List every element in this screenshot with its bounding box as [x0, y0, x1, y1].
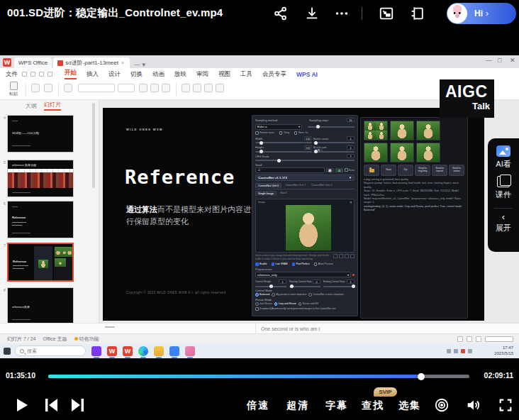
loopback-checkbox[interactable]: [Loopback] Automatically send generated …	[255, 307, 355, 311]
hires-fix-checkbox[interactable]: Hires. fix	[294, 131, 308, 135]
result-thumbnail[interactable]	[390, 121, 414, 140]
height-slider[interactable]	[255, 151, 312, 153]
zip-button[interactable]: Zip	[398, 165, 413, 176]
align-center-icon[interactable]	[193, 84, 201, 92]
pip-icon[interactable]	[379, 6, 394, 21]
pixel-perfect-checkbox[interactable]: Pixel Perfect	[292, 262, 310, 266]
menu-animation[interactable]: 动画	[152, 70, 164, 79]
save-icon[interactable]	[22, 72, 27, 77]
save-button[interactable]: Save	[381, 165, 396, 176]
sampling-method-select[interactable]: Euler a ▾	[255, 124, 302, 130]
taskbar-clock[interactable]: 17:47 2023/5/15	[494, 346, 513, 357]
zoom-slider[interactable]	[485, 336, 513, 342]
control-weight-value[interactable]: 1	[279, 280, 286, 284]
resize-crop-radio[interactable]: Crop and Resize	[274, 302, 296, 306]
user-avatar[interactable]: Hi ›	[447, 3, 516, 24]
menu-home[interactable]: 开始	[65, 69, 77, 79]
mode-prompt-radio[interactable]: My prompt is more important	[272, 293, 306, 297]
subtitle-button[interactable]: 字幕	[325, 399, 348, 412]
previous-episode-button[interactable]	[43, 396, 60, 414]
font-size-select[interactable]	[118, 84, 135, 92]
tab-slides[interactable]: 幻灯片	[44, 101, 61, 111]
feature-item[interactable]: 特色功能	[74, 336, 99, 343]
sampling-steps-value[interactable]: 20	[347, 118, 355, 122]
taskbar-wps-icon[interactable]: W	[107, 346, 117, 356]
italic-icon[interactable]	[150, 84, 159, 92]
episodes-button[interactable]: 选集	[398, 399, 421, 412]
send-to-inpaint-button[interactable]: Send to inpaint	[432, 165, 447, 176]
bold-icon[interactable]	[139, 84, 147, 92]
tab-close-icon[interactable]: ×	[121, 61, 125, 65]
download-icon[interactable]	[304, 6, 320, 21]
tray-icon[interactable]	[468, 349, 472, 353]
ending-step-slider[interactable]	[323, 286, 355, 287]
align-left-icon[interactable]	[182, 84, 190, 92]
slide-thumbnail-2[interactable]: reference 效果示例	[7, 160, 74, 197]
controlnet-unit0-tab[interactable]: ControlNet Unit 0	[255, 183, 281, 188]
tab-wps-home[interactable]: WPS Office	[14, 57, 52, 68]
reuse-seed-button[interactable]: ♻	[335, 168, 343, 172]
menu-tools[interactable]: 工具	[240, 70, 252, 79]
seed-input[interactable]: -1	[255, 167, 325, 173]
taskbar-edge-icon[interactable]	[138, 346, 148, 356]
thumbnail-scrollbar[interactable]	[92, 103, 95, 188]
upload-icon[interactable]	[350, 254, 355, 258]
controlnet-unit2-tab[interactable]: ControlNet Unit 2	[309, 183, 334, 188]
batch-size-value[interactable]: 1	[347, 145, 355, 150]
play-button[interactable]	[13, 396, 30, 414]
listen-mode-icon[interactable]	[434, 397, 450, 413]
undo-icon[interactable]	[30, 72, 35, 77]
restore-faces-checkbox[interactable]: Restore faces	[255, 131, 274, 135]
menu-wps-ai[interactable]: WPS AI	[296, 71, 318, 78]
controlnet-image-dropzone[interactable]: Image ✕	[255, 199, 355, 253]
quality-button[interactable]: 超清	[286, 399, 309, 412]
ending-step-value[interactable]: 1	[347, 280, 355, 284]
result-grid-thumbnail[interactable]	[364, 121, 388, 140]
width-value[interactable]: 512	[304, 136, 312, 140]
resize-just-radio[interactable]: Just Resize	[255, 302, 272, 306]
window-maximize-icon[interactable]: □	[498, 57, 504, 64]
tab-outline[interactable]: 大纲	[26, 102, 37, 110]
taskbar-wps-icon-2[interactable]: W	[123, 346, 133, 356]
width-slider[interactable]	[255, 142, 312, 143]
progress-thumb[interactable]	[418, 373, 425, 380]
camera-icon[interactable]	[345, 254, 349, 258]
underline-icon[interactable]	[162, 84, 170, 92]
font-family-select[interactable]	[78, 84, 115, 92]
allow-preview-checkbox[interactable]: Allow Preview	[314, 262, 333, 266]
notes-resize-handle[interactable]	[105, 326, 115, 328]
courseware-button[interactable]: 课件	[496, 176, 511, 200]
controlnet-accordion[interactable]: ControlNet v1.1.173 ▼	[255, 175, 355, 181]
window-close-icon[interactable]: ✕	[510, 57, 516, 64]
pencil-icon[interactable]	[339, 254, 343, 258]
slide-thumbnail-3[interactable]: Reference	[7, 201, 74, 238]
preprocessor-select[interactable]: reference_only ▾	[255, 272, 351, 277]
tray-icon[interactable]	[447, 349, 451, 353]
result-thumbnail[interactable]	[364, 143, 388, 162]
window-minimize-icon[interactable]: —	[486, 57, 492, 64]
menu-transition[interactable]: 切换	[130, 70, 143, 79]
volume-icon[interactable]	[465, 397, 481, 413]
batch-count-slider[interactable]	[313, 142, 355, 143]
normal-view-icon[interactable]	[457, 336, 463, 342]
result-thumbnail[interactable]	[390, 143, 414, 162]
lowvram-checkbox[interactable]: Low VRAM	[272, 262, 288, 266]
search-in-video-button[interactable]: 查找	[362, 399, 384, 412]
ai-view-button[interactable]: AI看	[496, 145, 510, 170]
menu-insert[interactable]: 插入	[86, 70, 99, 79]
menu-design[interactable]: 设计	[108, 70, 121, 79]
batch-tab[interactable]: Batch	[278, 191, 289, 196]
slide-thumbnail-1[interactable]: SD进阶——Ch4 控制	[7, 115, 74, 153]
sampling-steps-slider[interactable]	[308, 126, 355, 128]
batch-count-value[interactable]: 1	[347, 136, 355, 140]
taskbar-pink-app-icon[interactable]	[185, 346, 195, 356]
cfg-scale-slider[interactable]	[255, 160, 355, 161]
tray-icon[interactable]	[454, 349, 458, 353]
starting-step-slider[interactable]	[289, 286, 320, 287]
enable-checkbox[interactable]: Enable	[255, 262, 267, 266]
result-thumbnail[interactable]	[416, 143, 440, 162]
batch-size-slider[interactable]	[313, 151, 355, 153]
new-slide-icon[interactable]	[44, 84, 52, 92]
single-image-tab[interactable]: Single Image	[255, 191, 277, 196]
tiling-checkbox[interactable]: Tiling	[279, 131, 289, 135]
